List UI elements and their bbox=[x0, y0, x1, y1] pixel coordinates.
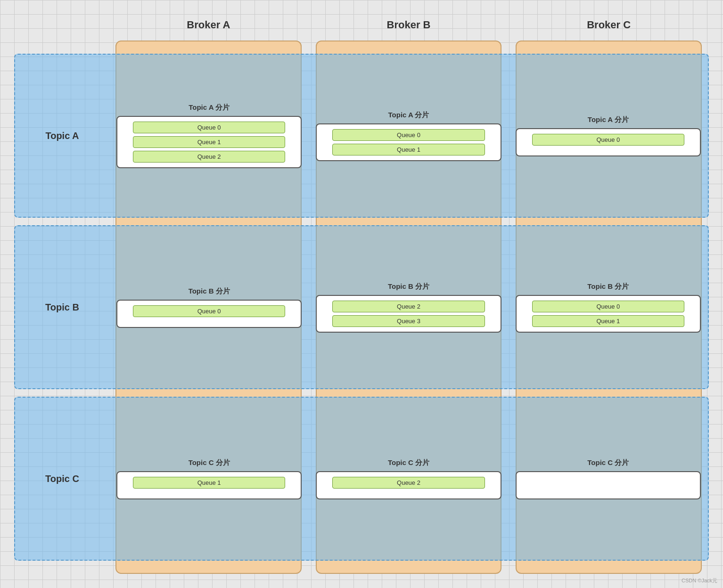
topic-b-broker-a-cell: Topic B 分片 Queue 0 bbox=[109, 278, 309, 337]
topic-c-broker-a-shard-title: Topic C 分片 bbox=[189, 458, 230, 467]
topic-a-broker-a-shard-box: Queue 0 Queue 1 Queue 2 bbox=[116, 116, 302, 168]
topic-b-cells: Topic B 分片 Queue 0 Topic B 分片 Queue 2 Qu… bbox=[109, 278, 708, 337]
queue-item: Queue 0 bbox=[532, 301, 684, 312]
broker-a-header: Broker A bbox=[108, 14, 309, 36]
content-area: Topic A Topic A 分片 Queue 0 Queue 1 Queue… bbox=[14, 41, 709, 574]
topic-a-broker-b-shard-title: Topic A 分片 bbox=[388, 111, 429, 120]
topic-c-broker-a-shard-box: Queue 1 bbox=[116, 471, 302, 499]
topic-a-broker-b-shard-box: Queue 0 Queue 1 bbox=[316, 123, 501, 161]
topic-c-label: Topic C bbox=[15, 469, 109, 489]
queue-item: Queue 2 bbox=[133, 151, 285, 163]
topic-b-broker-c-shard-title: Topic B 分片 bbox=[587, 282, 629, 291]
queue-item: Queue 1 bbox=[532, 315, 684, 327]
broker-b-header: Broker B bbox=[309, 14, 509, 36]
topic-b-broker-b-cell: Topic B 分片 Queue 2 Queue 3 bbox=[309, 278, 508, 337]
topic-a-cells: Topic A 分片 Queue 0 Queue 1 Queue 2 Topic… bbox=[109, 98, 708, 173]
topic-a-broker-c-cell: Topic A 分片 Queue 0 bbox=[509, 98, 708, 173]
topic-rows: Topic A Topic A 分片 Queue 0 Queue 1 Queue… bbox=[14, 50, 709, 564]
topic-c-row: Topic C Topic C 分片 Queue 1 Topic C 分片 Qu… bbox=[14, 397, 709, 561]
queue-item: Queue 1 bbox=[332, 144, 485, 155]
queue-item: Queue 0 bbox=[133, 122, 285, 133]
queue-item: Queue 2 bbox=[332, 477, 485, 489]
topic-b-row: Topic B Topic B 分片 Queue 0 Topic B 分片 Qu… bbox=[14, 225, 709, 389]
topic-a-broker-c-shard-box: Queue 0 bbox=[516, 128, 701, 156]
topic-c-broker-b-shard-box: Queue 2 bbox=[316, 471, 501, 499]
topic-c-broker-b-shard-title: Topic C 分片 bbox=[388, 458, 429, 467]
topic-a-broker-a-shard-title: Topic A 分片 bbox=[189, 103, 230, 112]
queue-item: Queue 0 bbox=[532, 134, 684, 146]
topic-c-broker-c-shard-title: Topic C 分片 bbox=[587, 458, 629, 467]
queue-item: Queue 3 bbox=[332, 315, 485, 327]
topic-b-broker-c-cell: Topic B 分片 Queue 0 Queue 1 bbox=[509, 278, 708, 337]
topic-c-broker-c-cell: Topic C 分片 bbox=[509, 454, 708, 504]
topic-c-cells: Topic C 分片 Queue 1 Topic C 分片 Queue 2 To… bbox=[109, 454, 708, 504]
topic-a-row: Topic A Topic A 分片 Queue 0 Queue 1 Queue… bbox=[14, 54, 709, 218]
topic-b-label: Topic B bbox=[15, 297, 109, 318]
topic-a-broker-c-shard-title: Topic A 分片 bbox=[588, 115, 629, 124]
topic-b-broker-c-shard-box: Queue 0 Queue 1 bbox=[516, 295, 701, 333]
topic-b-broker-a-shard-title: Topic B 分片 bbox=[189, 287, 230, 296]
topic-a-broker-b-cell: Topic A 分片 Queue 0 Queue 1 bbox=[309, 98, 508, 173]
queue-item: Queue 0 bbox=[332, 129, 485, 141]
topic-c-broker-b-cell: Topic C 分片 Queue 2 bbox=[309, 454, 508, 504]
topic-a-label: Topic A bbox=[15, 126, 109, 146]
topic-b-broker-b-shard-box: Queue 2 Queue 3 bbox=[316, 295, 501, 333]
queue-item: Queue 1 bbox=[133, 477, 285, 489]
queue-item: Queue 2 bbox=[332, 301, 485, 312]
topic-b-broker-b-shard-title: Topic B 分片 bbox=[388, 282, 429, 291]
main-container: Broker A Broker B Broker C Topic A Topic… bbox=[14, 14, 709, 574]
watermark: CSDN ©Jack元 bbox=[682, 577, 717, 584]
topic-c-broker-a-cell: Topic C 分片 Queue 1 bbox=[109, 454, 309, 504]
broker-c-header: Broker C bbox=[509, 14, 709, 36]
topic-a-broker-a-cell: Topic A 分片 Queue 0 Queue 1 Queue 2 bbox=[109, 98, 309, 173]
topic-b-broker-a-shard-box: Queue 0 bbox=[116, 300, 302, 328]
broker-headers: Broker A Broker B Broker C bbox=[108, 14, 709, 36]
queue-item: Queue 0 bbox=[133, 305, 285, 317]
topic-c-broker-c-shard-box bbox=[516, 471, 701, 499]
queue-item: Queue 1 bbox=[133, 136, 285, 148]
